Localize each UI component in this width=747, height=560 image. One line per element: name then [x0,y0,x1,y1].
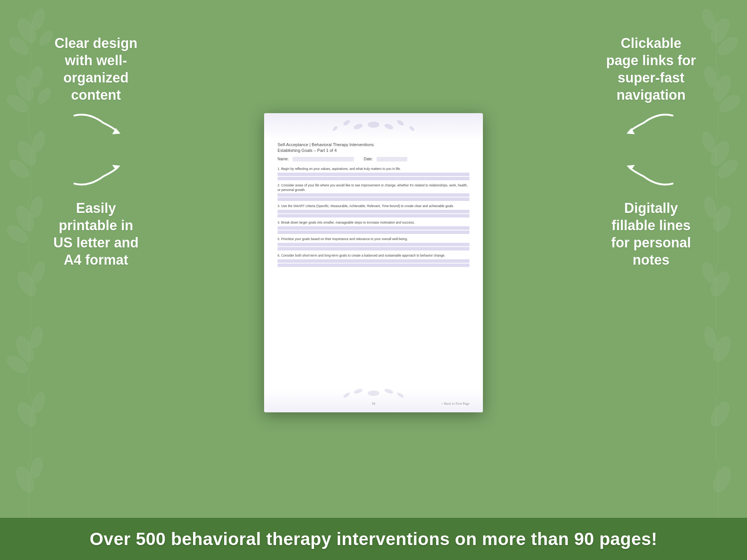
content-row: Clear design with well- organized conten… [0,0,747,518]
question-4-text: 4. Break down larger goals into smaller,… [278,221,469,225]
arrow-right-top [67,107,125,138]
paper-header-ornament [297,115,450,134]
question-2: 2. Consider areas of your life where you… [278,183,469,201]
name-label: Name: [278,157,289,161]
svg-point-63 [332,125,339,132]
paper-questions: 1. Begin by reflecting on your values, a… [278,167,469,403]
svg-point-67 [384,388,394,395]
left-panel: Clear design with well- organized conten… [23,15,169,510]
q4-answer-lines [278,226,469,234]
paper-title: Self-Acceptance | Behavioral Therapy Int… [278,142,469,154]
answer-line[interactable] [278,173,469,176]
paper-name-date-row: Name: Date: [278,157,469,161]
question-5-text: 5. Prioritize your goals based on their … [278,237,469,242]
paper-top-decoration [264,113,483,140]
svg-point-60 [384,123,394,130]
paper-wrapper: Self-Acceptance | Behavioral Therapy Int… [169,113,578,412]
question-6: 6. Consider both short-term and long-ter… [278,254,469,267]
feature-printable: Easily printable in US letter and A4 for… [53,199,139,268]
question-3: 3. Use the SMART criteria (Specific, Mea… [278,204,469,217]
q2-answer-lines [278,193,469,201]
bottom-banner-text: Over 500 behavioral therapy intervention… [90,529,658,549]
svg-point-69 [397,392,405,399]
question-3-text: 3. Use the SMART criteria (Specific, Mea… [278,204,469,209]
main-container: Clear design with well- organized conten… [0,0,747,560]
back-to-first-page-link[interactable]: + Back to First Page [441,402,469,405]
answer-line[interactable] [278,231,469,234]
arrow-left-bottom [622,161,680,192]
svg-point-62 [396,119,405,127]
svg-point-68 [343,392,351,399]
answer-line[interactable] [278,247,469,250]
answer-line[interactable] [278,214,469,217]
right-bottom-section: Digitally fillable lines for personal no… [611,161,691,268]
arrow-left-top [622,107,680,138]
svg-point-66 [353,388,363,395]
question-1-text: 1. Begin by reflecting on your values, a… [278,167,469,171]
date-field[interactable] [377,157,407,161]
answer-line[interactable] [278,198,469,201]
svg-point-61 [342,119,351,127]
q1-answer-lines [278,173,469,180]
question-1: 1. Begin by reflecting on your values, a… [278,167,469,180]
paper-footer-ornament [297,385,450,401]
q5-answer-lines [278,243,469,250]
answer-line[interactable] [278,193,469,197]
svg-point-64 [409,125,415,132]
left-top-section: Clear design with well- organized conten… [55,35,137,138]
answer-line[interactable] [278,210,469,213]
svg-marker-57 [112,165,121,170]
question-2-text: 2. Consider areas of your life where you… [278,183,469,193]
right-top-section: Clickable page links for super-fast navi… [606,35,696,138]
paper-bottom-decoration [264,389,483,412]
name-field[interactable] [293,157,354,161]
right-panel: Clickable page links for super-fast navi… [578,15,724,510]
svg-point-58 [368,122,379,128]
page-number: 16 [372,402,375,405]
question-4: 4. Break down larger goals into smaller,… [278,221,469,234]
q3-answer-lines [278,210,469,217]
question-5: 5. Prioritize your goals based on their … [278,237,469,250]
arrow-right-bottom [67,161,125,192]
question-6-text: 6. Consider both short-term and long-ter… [278,254,469,258]
left-bottom-section: Easily printable in US letter and A4 for… [53,161,139,268]
answer-line[interactable] [278,264,469,267]
document-paper: Self-Acceptance | Behavioral Therapy Int… [264,113,483,412]
svg-marker-71 [626,165,635,170]
feature-clickable: Clickable page links for super-fast navi… [606,35,696,104]
q6-answer-lines [278,259,469,267]
svg-point-65 [368,390,379,396]
svg-point-59 [353,123,364,130]
answer-line[interactable] [278,259,469,263]
answer-line[interactable] [278,177,469,180]
feature-fillable: Digitally fillable lines for personal no… [611,199,691,268]
answer-line[interactable] [278,226,469,230]
bottom-banner: Over 500 behavioral therapy intervention… [0,518,747,560]
feature-clear-design: Clear design with well- organized conten… [55,35,137,104]
date-label: Date: [364,157,373,161]
answer-line[interactable] [278,243,469,246]
